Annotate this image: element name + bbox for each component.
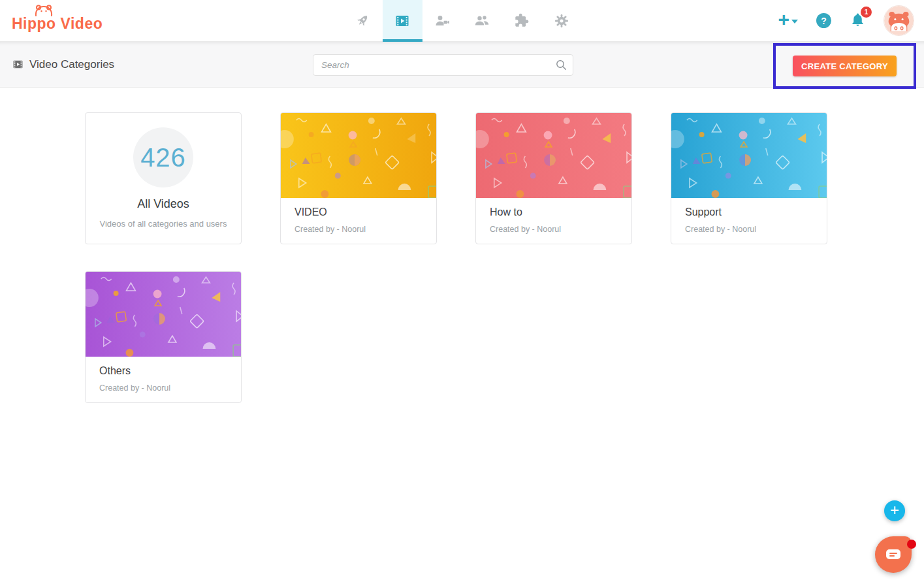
top-navigation-bar: Hippo Video bbox=[0, 0, 924, 42]
create-category-button[interactable]: CREATE CATEGORY bbox=[793, 56, 897, 76]
page-title-group: Video Categories bbox=[12, 42, 114, 87]
add-fab-button[interactable]: + bbox=[884, 500, 905, 521]
rocket-icon bbox=[354, 12, 371, 29]
page-toolbar: Video Categories CREATE CATEGORY bbox=[0, 42, 924, 88]
content-area: 426 All Videos Videos of all categories … bbox=[0, 112, 924, 403]
nav-tab-teams[interactable] bbox=[462, 0, 502, 41]
card-all-videos[interactable]: 426 All Videos Videos of all categories … bbox=[85, 112, 242, 244]
plus-icon: + bbox=[890, 502, 899, 518]
category-title: Support bbox=[685, 206, 813, 218]
category-banner bbox=[671, 113, 827, 198]
chat-unread-dot bbox=[907, 540, 916, 549]
gear-icon bbox=[553, 12, 570, 29]
search-input[interactable] bbox=[313, 54, 573, 76]
video-count: 426 bbox=[140, 143, 186, 172]
nav-tab-settings[interactable] bbox=[542, 0, 582, 41]
category-banner bbox=[86, 272, 241, 357]
nav-tab-launch[interactable] bbox=[343, 0, 383, 41]
nav-tab-integrations[interactable] bbox=[502, 0, 542, 41]
create-new-dropdown[interactable]: + bbox=[778, 12, 798, 29]
help-button[interactable]: ? bbox=[816, 13, 831, 28]
chat-bubble-icon bbox=[885, 548, 902, 561]
category-created-by: Created by - Noorul bbox=[685, 225, 813, 234]
category-banner bbox=[281, 113, 436, 198]
notification-badge: 1 bbox=[861, 7, 872, 18]
question-icon: ? bbox=[821, 16, 827, 26]
category-title: Others bbox=[99, 365, 227, 377]
hippo-avatar-icon bbox=[884, 6, 914, 35]
card-category-others[interactable]: Others Created by - Noorul bbox=[85, 271, 242, 403]
nav-tab-video-categories[interactable] bbox=[383, 0, 422, 41]
confetti-pattern bbox=[281, 113, 436, 198]
category-title: VIDEO bbox=[295, 206, 422, 218]
card-category-support[interactable]: Support Created by - Noorul bbox=[671, 112, 827, 244]
confetti-pattern bbox=[476, 113, 631, 198]
video-library-icon bbox=[394, 12, 411, 29]
confetti-pattern bbox=[671, 113, 827, 198]
hippo-doodle-icon bbox=[33, 5, 55, 16]
category-banner bbox=[476, 113, 631, 198]
category-created-by: Created by - Noorul bbox=[490, 225, 618, 234]
search-container bbox=[313, 54, 573, 76]
card-subtitle: Videos of all categories and users bbox=[86, 219, 241, 229]
category-title: How to bbox=[490, 206, 618, 218]
card-category-how-to[interactable]: How to Created by - Noorul bbox=[475, 112, 632, 244]
card-category-video[interactable]: VIDEO Created by - Noorul bbox=[280, 112, 437, 244]
main-nav-tabs bbox=[343, 0, 582, 41]
category-created-by: Created by - Noorul bbox=[295, 225, 422, 234]
app-logo[interactable]: Hippo Video bbox=[12, 0, 103, 41]
video-category-icon bbox=[12, 58, 24, 71]
logo-text: Hippo Video bbox=[12, 15, 103, 32]
teams-icon bbox=[473, 12, 490, 29]
notifications-button[interactable]: 1 bbox=[850, 11, 866, 31]
caret-down-icon bbox=[791, 20, 798, 24]
user-video-icon bbox=[434, 12, 451, 29]
page-title: Video Categories bbox=[29, 58, 114, 71]
card-title: All Videos bbox=[86, 197, 241, 211]
category-created-by: Created by - Noorul bbox=[99, 383, 227, 393]
chat-widget-button[interactable] bbox=[875, 536, 912, 573]
confetti-pattern bbox=[86, 272, 241, 357]
annotation-highlight-box: CREATE CATEGORY bbox=[773, 43, 916, 89]
plus-icon: + bbox=[778, 10, 789, 29]
nav-tab-my-videos[interactable] bbox=[422, 0, 462, 41]
top-actions: + ? 1 bbox=[778, 0, 914, 41]
puzzle-icon bbox=[513, 12, 530, 29]
video-count-circle: 426 bbox=[133, 127, 193, 187]
profile-avatar[interactable] bbox=[884, 6, 914, 35]
